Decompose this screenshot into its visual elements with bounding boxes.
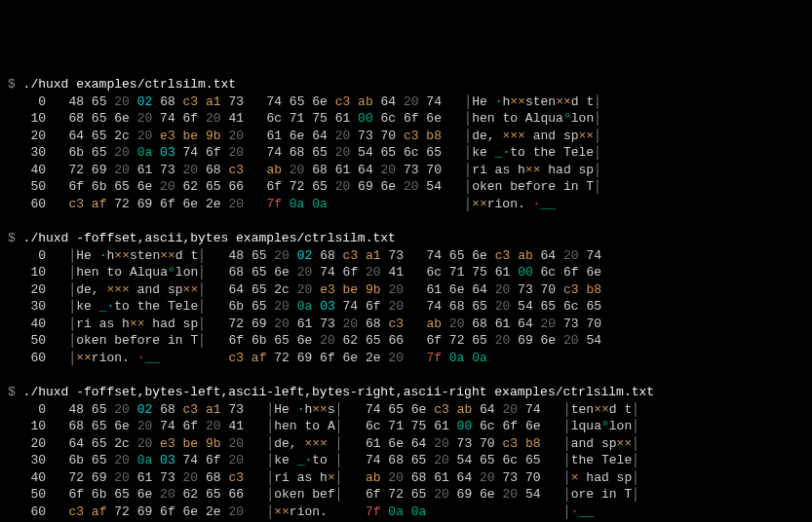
command-3: ./huxd -foffset,bytes-left,ascii-left,by… [23, 385, 655, 399]
command-1: ./huxd examples/ctrlsilm.txt [23, 77, 236, 92]
command-2: ./huxd -foffset,ascii,bytes examples/ctr… [23, 231, 396, 245]
terminal-output: $ ./huxd examples/ctrlsilm.txt 0 48 65 2… [8, 76, 804, 522]
shell-prompt: $ [8, 77, 23, 92]
shell-prompt: $ [8, 385, 23, 399]
shell-prompt: $ [8, 231, 23, 245]
